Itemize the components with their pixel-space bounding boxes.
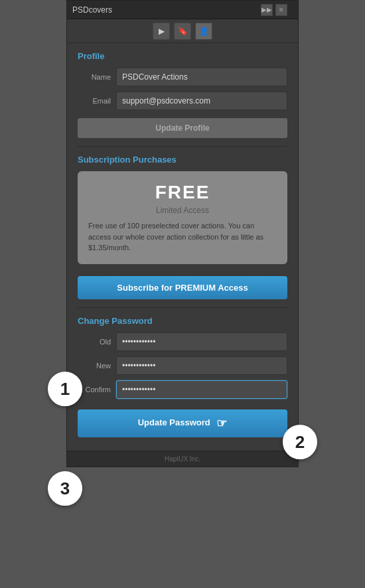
plan-name: FREE: [88, 182, 277, 203]
annotation-bubble-3: 3: [48, 471, 82, 506]
password-section-title: Change Password: [78, 316, 287, 326]
confirm-password-row: Confirm: [78, 380, 287, 399]
toolbar: ▶ 🔖 👤: [67, 19, 298, 43]
footer: HaptUX Inc.: [67, 451, 298, 467]
divider-2: [78, 307, 287, 308]
new-password-row: New: [78, 356, 287, 375]
email-row: Email: [78, 92, 287, 110]
cursor-icon: ☞: [216, 416, 227, 431]
bookmark-icon: 🔖: [178, 27, 188, 36]
old-password-row: Old: [78, 332, 287, 351]
access-label: Limited Access: [88, 206, 277, 215]
subscription-description: Free use of 100 preselected cover action…: [88, 220, 277, 254]
new-password-input[interactable]: [116, 356, 287, 375]
subscription-card: FREE Limited Access Free use of 100 pres…: [78, 171, 287, 264]
subscription-section-title: Subscription Purchases: [78, 155, 287, 165]
email-input[interactable]: [116, 92, 287, 110]
name-row: Name: [78, 68, 287, 86]
play-button[interactable]: ▶: [153, 23, 170, 40]
app-title: PSDcovers: [72, 5, 261, 15]
profile-section-title: Profile: [78, 51, 287, 61]
bookmark-button[interactable]: 🔖: [174, 23, 191, 40]
title-bar-icons: ▶▶ ≡: [261, 4, 287, 16]
annotation-bubble-2: 2: [283, 425, 317, 459]
confirm-password-input[interactable]: [116, 380, 287, 399]
email-label: Email: [78, 97, 111, 105]
new-password-label: New: [78, 362, 111, 370]
user-icon: 👤: [199, 27, 209, 36]
content-area: Profile Name Email Update Profile Subscr…: [67, 43, 298, 445]
name-label: Name: [78, 73, 111, 81]
update-password-label: Update Password: [138, 417, 210, 427]
confirm-password-label: Confirm: [78, 386, 111, 394]
play-icon: ▶: [159, 27, 165, 36]
update-password-button[interactable]: Update Password ☞: [78, 409, 287, 437]
annotation-bubble-1: 1: [48, 372, 82, 406]
update-profile-button[interactable]: Update Profile: [78, 118, 287, 138]
user-button[interactable]: 👤: [195, 23, 212, 40]
old-password-label: Old: [78, 338, 111, 346]
forward-icon[interactable]: ▶▶: [261, 4, 273, 16]
footer-text: HaptUX Inc.: [165, 455, 200, 463]
name-input[interactable]: [116, 68, 287, 86]
subscribe-button[interactable]: Subscribe for PREMIUM Access: [78, 276, 287, 299]
title-bar: PSDcovers ▶▶ ≡: [67, 1, 298, 19]
menu-icon[interactable]: ≡: [275, 4, 287, 16]
old-password-input[interactable]: [116, 332, 287, 351]
divider-1: [78, 146, 287, 147]
